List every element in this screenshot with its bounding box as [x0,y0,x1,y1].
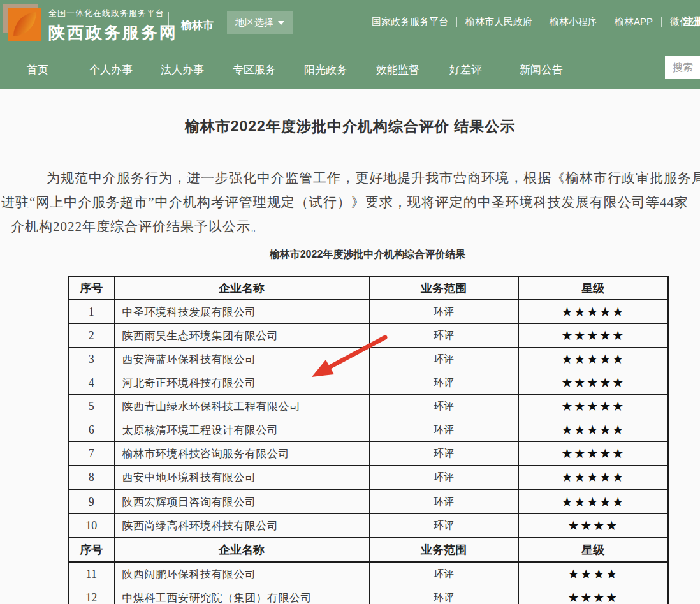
nav-item-3[interactable]: 专区服务 [233,63,276,77]
evaluation-table: 序号企业名称业务范围星级1中圣环境科技发展有限公司环评★★★★★2陕西雨昊生态环… [68,276,669,604]
cell-no: 3 [68,348,114,371]
cell-business-scope: 环评 [369,586,518,604]
main-nav: 首页个人办事法人办事专区服务阳光政务效能监督好差评新闻公告 [0,50,700,89]
top-link-1[interactable]: 榆林市人民政府 [457,16,541,28]
table-row: 7榆林市环境科技咨询服务有限公司环评★★★★★ [68,442,668,466]
platform-subtitle: 全国一体化在线政务服务平台 [48,8,178,19]
cell-business-scope: 环评 [369,324,518,348]
cell-no: 1 [68,300,114,324]
nav-item-1[interactable]: 个人办事 [89,63,133,77]
cell-no: 11 [68,562,114,586]
nav-item-0[interactable]: 首页 [27,63,48,77]
cell-business-scope: 环评 [369,562,518,586]
cell-company-name: 陕西青山绿水环保科技工程有限公司 [114,395,369,418]
cell-business-scope: 环评 [369,442,518,466]
cell-business-scope: 环评 [369,371,518,395]
table-row: 2陕西雨昊生态环境集团有限公司环评★★★★★ [68,324,668,348]
column-header-2: 业务范围 [369,538,518,562]
cell-business-scope: 环评 [369,514,518,538]
column-header-0: 序号 [68,538,114,562]
column-header-1: 企业名称 [114,276,369,300]
page: 全国一体化在线政务服务平台 陕西政务服务网 榆林市 地区选择 国家政务服务平台榆… [0,0,700,604]
site-title: 陕西政务服务网 [48,22,178,44]
current-city-label: 榆林市 [181,18,214,33]
cell-company-name: 榆林市环境科技咨询服务有限公司 [114,442,369,466]
paragraph-line-2: 进驻“网上中介服务超市”中介机构考评管理规定（试行）》要求，现将评定的中圣环境科… [1,193,689,211]
cell-business-scope: 环评 [369,348,518,371]
region-select-button[interactable]: 地区选择 [227,11,293,34]
cell-company-name: 中煤科工西安研究院（集团）有限公司 [114,586,369,604]
cell-company-name: 河北奇正环境科技有限公司 [114,371,369,395]
cell-business-scope: 环评 [369,466,518,490]
cell-business-scope: 环评 [369,300,518,324]
table-row: 8西安中地环境科技有限公司环评★★★★★ [68,466,668,490]
page-title: 榆林市2022年度涉批中介机构综合评价 结果公示 [0,117,700,136]
cell-business-scope: 环评 [369,395,518,418]
nav-item-5[interactable]: 效能监督 [376,63,419,77]
cell-company-name: 中圣环境科技发展有限公司 [114,300,369,324]
cell-business-scope: 环评 [369,418,518,442]
brand-block: 全国一体化在线政务服务平台 陕西政务服务网 [48,8,178,44]
cell-company-name: 西安海蓝环保科技有限公司 [114,348,369,371]
cell-company-name: 西安中地环境科技有限公司 [114,466,369,490]
cell-star-rating: ★★★★★ [518,348,668,371]
cell-business-scope: 环评 [369,490,518,514]
register-link[interactable]: 注册 [683,15,700,29]
column-header-2: 业务范围 [369,276,518,300]
paragraph-line-1: 为规范中介服务行为，进一步强化中介监管工作，更好地提升我市营商环境，根据《榆林市… [47,169,700,187]
cell-star-rating: ★★★★★ [518,300,668,324]
evaluation-table-body: 序号企业名称业务范围星级1中圣环境科技发展有限公司环评★★★★★2陕西雨昊生态环… [68,276,668,604]
cell-company-name: 陕西尚绿高科环境科技有限公司 [114,514,369,538]
column-header-0: 序号 [68,276,114,300]
cell-star-rating: ★★★★★ [518,466,668,490]
nav-item-6[interactable]: 好差评 [449,63,482,77]
search-input[interactable] [665,56,700,79]
cell-no: 6 [68,418,114,442]
cell-company-name: 陕西雨昊生态环境集团有限公司 [114,324,369,348]
nav-item-4[interactable]: 阳光政务 [304,63,347,77]
cell-star-rating: ★★★★★ [518,442,668,466]
table-header-row: 序号企业名称业务范围星级 [68,276,668,300]
column-header-3: 星级 [518,538,668,562]
cell-no: 5 [68,395,114,418]
cell-no: 7 [68,442,114,466]
table-row: 4河北奇正环境科技有限公司环评★★★★★ [68,371,668,395]
cell-no: 2 [68,324,114,348]
cell-star-rating: ★★★★★ [518,324,668,348]
table-caption: 榆林市2022年度涉批中介机构综合评价结果 [0,248,700,261]
paragraph-line-3: 介机构2022年度综合评价结果予以公示。 [11,217,265,235]
table-row: 1中圣环境科技发展有限公司环评★★★★★ [68,300,668,324]
chevron-down-icon [278,21,284,25]
nav-item-2[interactable]: 法人办事 [161,63,204,77]
cell-star-rating: ★★★★ [518,586,668,604]
cell-no: 4 [68,371,114,395]
table-header-row: 序号企业名称业务范围星级 [68,538,668,562]
cell-company-name: 陕西宏辉项目咨询有限公司 [114,490,369,514]
cell-star-rating: ★★★★★ [518,371,668,395]
table-row: 9陕西宏辉项目咨询有限公司环评★★★★★ [68,490,668,514]
cell-no: 9 [68,490,114,514]
top-links: 国家政务服务平台榆林市人民政府榆林小程序榆林APP微信公众号 [363,16,700,28]
table-row: 11陕西阔鹏环保科技有限公司环评★★★★ [68,562,668,586]
cell-star-rating: ★★★★★ [518,395,668,418]
site-header: 全国一体化在线政务服务平台 陕西政务服务网 榆林市 地区选择 国家政务服务平台榆… [0,0,700,89]
table-row: 10陕西尚绿高科环境科技有限公司环评★★★★ [68,514,668,538]
top-link-2[interactable]: 榆林小程序 [541,16,606,28]
cell-company-name: 太原核清环境工程设计有限公司 [114,418,369,442]
region-select-label: 地区选择 [235,17,273,29]
cell-no: 10 [68,514,114,538]
table-row: 12中煤科工西安研究院（集团）有限公司环评★★★★ [68,586,668,604]
top-link-0[interactable]: 国家政务服务平台 [363,16,456,28]
nav-item-7[interactable]: 新闻公告 [520,63,563,77]
divider [168,12,169,38]
cell-star-rating: ★★★★★ [518,490,668,514]
top-link-3[interactable]: 榆林APP [606,16,661,28]
column-header-1: 企业名称 [114,538,369,562]
cell-no: 8 [68,466,114,490]
cell-company-name: 陕西阔鹏环保科技有限公司 [114,562,369,586]
cell-star-rating: ★★★★★ [518,418,668,442]
column-header-3: 星级 [518,276,668,300]
table-row: 5陕西青山绿水环保科技工程有限公司环评★★★★★ [68,395,668,418]
cell-star-rating: ★★★★ [518,514,668,538]
cell-no: 12 [68,586,114,604]
